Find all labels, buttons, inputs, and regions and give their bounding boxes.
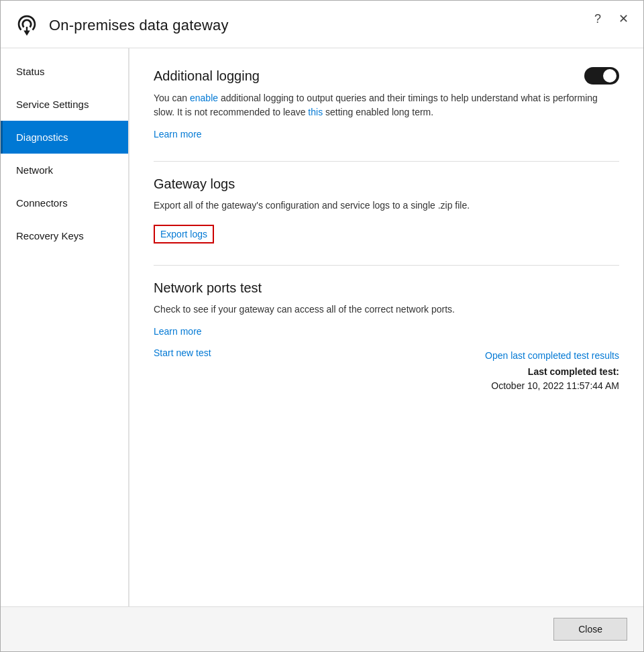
title-controls: ? ✕	[590, 11, 633, 26]
dialog-title: On-premises data gateway	[49, 17, 229, 34]
sidebar-item-network[interactable]: Network	[1, 154, 128, 186]
close-button[interactable]: Close	[553, 618, 627, 641]
export-logs-link[interactable]: Export logs	[160, 229, 207, 239]
network-ports-test-section: Network ports test Check to see if your …	[154, 280, 619, 393]
gateway-logs-section: Gateway logs Export all of the gateway's…	[154, 176, 619, 243]
sidebar-item-status[interactable]: Status	[1, 55, 128, 88]
toggle-knob	[603, 69, 616, 83]
gateway-icon	[14, 13, 40, 38]
help-button[interactable]: ?	[590, 11, 605, 26]
additional-logging-learn-more[interactable]: Learn more	[154, 129, 202, 140]
sidebar: Status Service Settings Diagnostics Netw…	[1, 48, 129, 606]
footer: Close	[1, 606, 643, 651]
test-actions: Start new test Open last completed test …	[154, 347, 619, 393]
gateway-logs-title: Gateway logs	[154, 176, 235, 191]
start-new-test-link[interactable]: Start new test	[154, 347, 211, 358]
additional-logging-toggle[interactable]	[584, 67, 619, 85]
additional-logging-desc: You can enable additional logging to out…	[154, 91, 619, 119]
additional-logging-header: Additional logging	[154, 67, 619, 85]
divider-1	[154, 161, 619, 162]
open-last-results-link[interactable]: Open last completed test results	[485, 350, 619, 361]
network-ports-test-title: Network ports test	[154, 280, 262, 295]
content-area: Status Service Settings Diagnostics Netw…	[1, 48, 643, 606]
network-ports-learn-more[interactable]: Learn more	[154, 326, 202, 337]
title-bar: On-premises data gateway ? ✕	[1, 1, 643, 48]
main-panel: Additional logging You can enable additi…	[129, 48, 643, 606]
sidebar-item-connectors[interactable]: Connectors	[1, 186, 128, 219]
network-ports-test-desc: Check to see if your gateway can access …	[154, 303, 619, 317]
results-area: Open last completed test results Last co…	[485, 347, 619, 393]
sidebar-item-service-settings[interactable]: Service Settings	[1, 88, 128, 121]
last-completed-info: Last completed test: October 10, 2022 11…	[485, 365, 619, 393]
close-window-button[interactable]: ✕	[614, 11, 633, 26]
last-completed-label: Last completed test:	[528, 366, 619, 377]
sidebar-item-diagnostics[interactable]: Diagnostics	[1, 121, 128, 154]
last-completed-date: October 10, 2022 11:57:44 AM	[491, 380, 619, 391]
svg-marker-1	[23, 31, 30, 36]
dialog: On-premises data gateway ? ✕ Status Serv…	[0, 0, 644, 652]
export-logs-wrapper: Export logs	[154, 225, 214, 243]
divider-2	[154, 265, 619, 266]
sidebar-item-recovery-keys[interactable]: Recovery Keys	[1, 219, 128, 252]
additional-logging-title: Additional logging	[154, 68, 260, 84]
gateway-logs-desc: Export all of the gateway's configuratio…	[154, 199, 619, 213]
additional-logging-section: Additional logging You can enable additi…	[154, 67, 619, 140]
